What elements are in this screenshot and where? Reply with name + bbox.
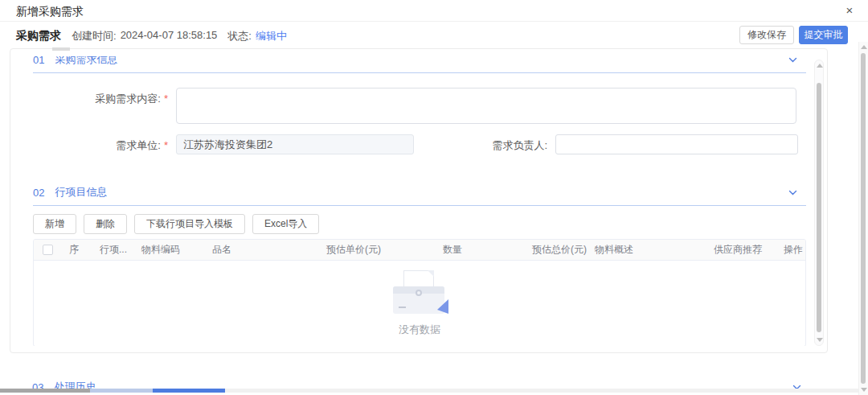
created-time: 创建时间: 2024-04-07 18:58:15	[72, 29, 217, 43]
submit-approval-button[interactable]: 提交审批	[799, 26, 848, 44]
select-all-checkbox[interactable]	[43, 245, 53, 255]
owner-label-text: 需求负责人:	[492, 139, 547, 151]
col-header-est-total-price: 预估总价(元)	[462, 243, 587, 257]
created-time-value: 2024-04-07 18:58:15	[121, 29, 218, 43]
table-header-row: 序 行项... 物料编码 品名 预估单价(元) 数量 预估总价(元) 物料概述 …	[34, 240, 805, 261]
empty-data-icon	[393, 270, 446, 315]
modal-header: 新增采购需求 ×	[0, 0, 868, 22]
horizontal-scrollbar[interactable]	[0, 389, 858, 393]
section-title: 采购需求信息	[55, 56, 117, 67]
scroll-down-arrow-icon[interactable]	[861, 388, 867, 392]
scroll-up-arrow-icon[interactable]	[817, 64, 823, 68]
col-header-product-name: 品名	[204, 243, 317, 257]
unit-input	[176, 134, 414, 154]
status: 状态: 编辑中	[227, 29, 287, 43]
clipped-scroll-remnant	[52, 47, 70, 51]
col-header-material-code: 物料编码	[133, 243, 204, 257]
content-label-text: 采购需求内容:	[95, 93, 161, 105]
col-header-quantity: 数量	[414, 243, 462, 257]
card-scroll-area[interactable]: 01 采购需求信息 采购需求内容:* 需求单位:* 需求负责人:	[10, 56, 808, 346]
content-textarea[interactable]	[176, 88, 796, 124]
field-row-unit-owner: 需求单位:* 需求负责人:	[33, 134, 806, 154]
field-row-content: 采购需求内容:*	[33, 88, 806, 124]
doc-type-label: 采购需求	[16, 29, 61, 43]
col-header-est-unit-price: 预估单价(元)	[317, 243, 414, 257]
info-bar: 采购需求 创建时间: 2024-04-07 18:58:15 状态: 编辑中 修…	[0, 23, 868, 47]
outer-scrollbar-thumb[interactable]	[861, 53, 866, 384]
status-value[interactable]: 编辑中	[256, 29, 287, 43]
col-header-actions: 操作	[780, 243, 806, 257]
inner-scrollbar-thumb[interactable]	[817, 83, 821, 332]
excel-import-button[interactable]: Excel导入	[252, 214, 319, 234]
delete-row-button[interactable]: 删除	[84, 214, 127, 234]
section-01-header[interactable]: 01 采购需求信息	[33, 56, 806, 73]
section-title: 行项目信息	[55, 185, 107, 200]
status-label: 状态:	[227, 29, 252, 43]
form-card: 01 采购需求信息 采购需求内容:* 需求单位:* 需求负责人:	[10, 48, 828, 353]
col-header-seq: 序	[61, 243, 96, 257]
hscroll-track-dark	[0, 389, 90, 393]
chevron-down-icon[interactable]	[788, 187, 798, 198]
owner-field-label: 需求负责人:	[414, 134, 547, 153]
section-number: 01	[33, 56, 44, 66]
line-items-toolbar: 新增 删除 下载行项目导入模板 Excel导入	[33, 214, 806, 234]
table-empty-state: 没有数据	[34, 261, 805, 346]
col-header-material-summary: 物料概述	[587, 243, 707, 257]
close-icon[interactable]: ×	[843, 4, 856, 17]
chevron-down-icon[interactable]	[788, 56, 798, 65]
page-title: 新增采购需求	[16, 5, 84, 19]
created-time-label: 创建时间:	[72, 29, 117, 43]
hscroll-track-light	[90, 389, 153, 393]
add-row-button[interactable]: 新增	[33, 214, 76, 234]
content-field-label: 采购需求内容:*	[33, 88, 168, 106]
outer-vertical-scrollbar[interactable]	[858, 42, 868, 395]
download-template-button[interactable]: 下载行项目导入模板	[134, 214, 245, 234]
col-header-supplier-recommend: 供应商推荐	[707, 243, 780, 257]
section-02-header[interactable]: 02 行项目信息	[33, 185, 806, 206]
save-button[interactable]: 修改保存	[739, 26, 794, 44]
select-all-cell	[34, 245, 61, 255]
line-items-table: 序 行项... 物料编码 品名 预估单价(元) 数量 预估总价(元) 物料概述 …	[33, 239, 806, 346]
scroll-up-arrow-icon[interactable]	[861, 45, 867, 49]
unit-label-text: 需求单位:	[116, 139, 161, 151]
inner-vertical-scrollbar[interactable]	[814, 60, 824, 346]
horizontal-scrollbar-thumb[interactable]	[153, 389, 225, 393]
empty-text: 没有数据	[399, 323, 440, 337]
document-meta: 采购需求 创建时间: 2024-04-07 18:58:15 状态: 编辑中	[16, 29, 287, 43]
owner-input[interactable]	[555, 134, 798, 154]
cursor-arrow-icon	[437, 299, 451, 317]
required-mark: *	[164, 93, 168, 105]
scroll-down-arrow-icon[interactable]	[817, 338, 823, 342]
required-mark: *	[164, 139, 168, 151]
unit-field-label: 需求单位:*	[33, 134, 168, 153]
col-header-line-item: 行项...	[96, 243, 133, 257]
section-number: 02	[33, 187, 44, 199]
